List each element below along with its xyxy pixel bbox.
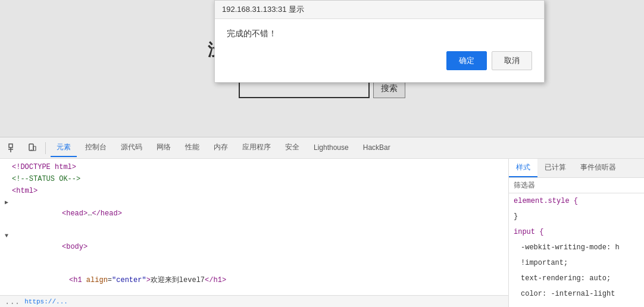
tab-hackbar[interactable]: HackBar (357, 140, 396, 156)
dialog-body: 完成的不错！ 确定 取消 (215, 19, 544, 82)
tab-elements[interactable]: 元素 (51, 139, 77, 157)
dialog-cancel-button[interactable]: 取消 (492, 51, 532, 70)
styles-tabs: 样式 已计算 事件侦听器 (509, 159, 644, 178)
styles-filter-bar[interactable]: 筛选器 (509, 178, 644, 193)
code-line-h1: <h1 align="center">欢迎来到level7</h1> (0, 264, 508, 297)
svg-rect-4 (33, 146, 36, 151)
css-input-selector: input { (509, 224, 644, 240)
css-element-style-rule: element.style { (509, 193, 644, 209)
svg-rect-0 (9, 144, 12, 148)
css-prop-color: color: -internal-light (509, 286, 644, 302)
elements-panel[interactable]: <!DOCTYPE html> <!--STATUS OK--> <html> … (0, 159, 509, 307)
tab-application[interactable]: 应用程序 (236, 139, 277, 157)
styles-tab-styles[interactable]: 样式 (509, 159, 537, 177)
css-prop-text-rendering: text-rendering: auto; (509, 271, 644, 286)
devtools-panel: 元素 控制台 源代码 网络 性能 内存 应用程序 安全 Lighthouse H… (0, 137, 644, 307)
devtools-content: <!DOCTYPE html> <!--STATUS OK--> <html> … (0, 159, 644, 307)
code-line-head: ▶ <head>…</head> (0, 197, 508, 230)
code-line-html: <html> (0, 185, 508, 197)
tab-network[interactable]: 网络 (151, 139, 177, 157)
styles-tab-computed[interactable]: 已计算 (537, 159, 573, 177)
tab-console[interactable]: 控制台 (79, 139, 112, 157)
styles-tab-event-listeners[interactable]: 事件侦听器 (573, 159, 623, 177)
code-line-body: ▼ <body> (0, 230, 508, 264)
tab-performance[interactable]: 性能 (179, 139, 205, 157)
inspect-element-icon[interactable] (5, 140, 21, 156)
css-element-style-close: } (509, 209, 644, 224)
toolbar-divider (45, 142, 46, 154)
tab-memory[interactable]: 内存 (208, 139, 234, 157)
svg-point-5 (31, 149, 32, 151)
devtools-toolbar: 元素 控制台 源代码 网络 性能 内存 应用程序 安全 Lighthouse H… (0, 137, 644, 159)
dialog-title-bar: 192.168.31.133:31 显示 (215, 1, 544, 19)
css-prop-important: !important; (509, 255, 644, 271)
bottom-bar-url: https://... (24, 298, 68, 305)
dialog-buttons: 确定 取消 (227, 51, 532, 70)
code-line-doctype: <!DOCTYPE html> (0, 161, 508, 173)
styles-panel: 样式 已计算 事件侦听器 筛选器 element.style { } input… (509, 159, 644, 307)
dialog-message: 完成的不错！ (227, 29, 532, 39)
alert-dialog: 192.168.31.133:31 显示 完成的不错！ 确定 取消 (214, 0, 545, 83)
css-prop-webkit-writing-mode: -webkit-writing-mode: h (509, 240, 644, 255)
tab-security[interactable]: 安全 (279, 139, 305, 157)
dialog-confirm-button[interactable]: 确定 (446, 51, 487, 70)
elements-bottom-bar: ... https://... (0, 295, 508, 307)
code-line-status: <!--STATUS OK--> (0, 173, 508, 185)
dots-indicator: ... (5, 297, 20, 306)
tab-sources[interactable]: 源代码 (115, 139, 148, 157)
tab-lighthouse[interactable]: Lighthouse (308, 140, 355, 156)
device-toolbar-icon[interactable] (24, 140, 40, 156)
